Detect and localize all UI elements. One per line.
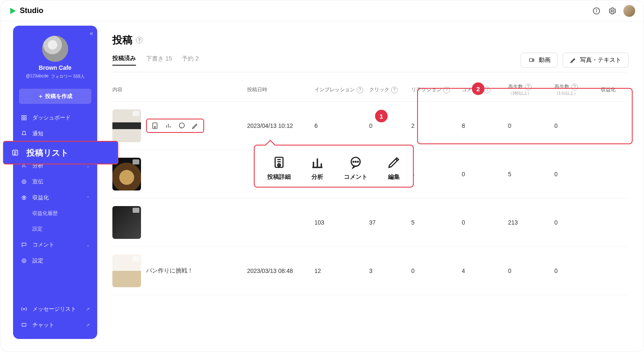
help-icon[interactable]: ? bbox=[391, 87, 398, 93]
row-actions-popover: 投稿詳細 分析 コメント 編集 bbox=[254, 145, 414, 188]
sidebar-item-comments[interactable]: コメント⌄ bbox=[13, 237, 97, 253]
popover-detail[interactable]: 投稿詳細 bbox=[267, 156, 291, 181]
video-badge-icon bbox=[133, 256, 139, 261]
sidebar-item-monetize[interactable]: ¥収益化⌃ bbox=[13, 190, 97, 206]
nav-label: メッセージリスト bbox=[32, 305, 76, 313]
pencil-icon bbox=[570, 57, 577, 64]
detail-icon bbox=[272, 156, 286, 169]
detail-icon[interactable] bbox=[151, 122, 159, 130]
main-content: 投稿 ? 投稿済み 下書き 15 予約 2 動画 写真・テキスト 内容 bbox=[106, 26, 635, 343]
sidebar: « Brown Cafe @123abcde フォロワー 558人 ＋ 投稿を作… bbox=[13, 26, 97, 339]
chat-icon bbox=[21, 322, 27, 328]
popover-label: 編集 bbox=[388, 173, 400, 181]
info-icon[interactable] bbox=[591, 6, 601, 16]
gear-icon bbox=[21, 257, 27, 264]
collapse-icon[interactable]: « bbox=[90, 30, 93, 37]
post-thumb[interactable] bbox=[112, 109, 141, 142]
help-icon[interactable]: ? bbox=[484, 87, 490, 93]
create-post-button[interactable]: ＋ 投稿を作成 bbox=[19, 89, 91, 104]
brand-logo: Studio bbox=[9, 6, 43, 15]
sidebar-item-settings[interactable]: 設定 bbox=[13, 253, 97, 269]
cell-p60: 0 bbox=[554, 122, 601, 129]
comment-icon[interactable] bbox=[178, 122, 186, 130]
sidebar-item-dashboard[interactable]: ダッシュボード bbox=[13, 110, 97, 126]
video-icon bbox=[528, 57, 535, 63]
cell-title: パン作りに挑戦！ bbox=[146, 267, 193, 275]
help-icon[interactable]: ? bbox=[136, 37, 143, 43]
post-thumb[interactable] bbox=[112, 206, 141, 239]
photo-text-button[interactable]: 写真・テキスト bbox=[563, 53, 628, 68]
pencil-icon[interactable] bbox=[192, 122, 199, 130]
chart-icon bbox=[311, 156, 324, 169]
nav-label: 収益化履歴 bbox=[32, 210, 58, 217]
cell-imp: 103 bbox=[314, 219, 369, 226]
cell-p3: 0 bbox=[508, 267, 554, 274]
cell-clk: 37 bbox=[369, 219, 411, 226]
svg-line-46 bbox=[396, 159, 397, 161]
list-icon bbox=[11, 149, 19, 156]
post-thumb[interactable] bbox=[112, 254, 141, 287]
svg-point-2 bbox=[596, 9, 597, 10]
sidebar-active-callout: 投稿リスト bbox=[3, 141, 118, 164]
table-header: 内容 投稿日時 インプレッション? クリック? リアクション? コメント? 再生… bbox=[112, 78, 628, 102]
nav-label: コメント bbox=[32, 241, 54, 249]
nav-label: チャット bbox=[32, 321, 54, 329]
svg-point-19 bbox=[22, 259, 26, 262]
play-icon bbox=[9, 7, 17, 15]
popover-comments[interactable]: コメント bbox=[344, 156, 367, 181]
cell-com: 4 bbox=[462, 267, 508, 274]
avatar[interactable] bbox=[623, 5, 635, 17]
comment-icon bbox=[349, 156, 362, 169]
svg-rect-6 bbox=[22, 118, 24, 120]
sidebar-item-chat[interactable]: チャット↗ bbox=[13, 317, 97, 333]
svg-point-18 bbox=[23, 260, 25, 262]
sidebar-item-messages[interactable]: メッセージリスト↗ bbox=[13, 301, 97, 317]
sidebar-item-promote[interactable]: 宣伝 bbox=[13, 174, 97, 190]
video-badge-icon bbox=[133, 208, 139, 213]
nav-label: 通知 bbox=[32, 130, 43, 138]
cell-p60: 0 bbox=[554, 171, 601, 177]
gear-icon[interactable] bbox=[607, 6, 617, 16]
col-reactions: リアクション? bbox=[411, 86, 462, 93]
help-icon[interactable]: ? bbox=[571, 84, 578, 90]
profile-avatar[interactable] bbox=[42, 36, 68, 62]
cell-rea: 5 bbox=[411, 219, 462, 226]
sidebar-item-monetize-settings[interactable]: 設定 bbox=[13, 221, 97, 237]
profile-followers: フォロワー 558人 bbox=[51, 74, 84, 79]
nav-label: 設定 bbox=[32, 225, 43, 233]
cell-com: 0 bbox=[462, 219, 508, 226]
broadcast-icon bbox=[21, 306, 27, 312]
cell-p3: 5 bbox=[508, 171, 554, 177]
popover-analytics[interactable]: 分析 bbox=[311, 156, 324, 181]
chart-icon[interactable] bbox=[165, 122, 172, 130]
svg-point-32 bbox=[179, 123, 184, 128]
tab-published[interactable]: 投稿済み bbox=[112, 55, 136, 66]
cell-p3: 213 bbox=[508, 219, 554, 226]
svg-point-45 bbox=[357, 161, 358, 162]
profile-handle: @123abcde bbox=[26, 74, 48, 79]
svg-point-15 bbox=[23, 181, 25, 183]
bell-icon bbox=[21, 130, 27, 137]
help-icon[interactable]: ? bbox=[443, 87, 450, 93]
video-button[interactable]: 動画 bbox=[521, 53, 558, 68]
chevron-up-icon: ⌃ bbox=[86, 196, 90, 200]
sidebar-item-monetize-history[interactable]: 収益化履歴 bbox=[13, 206, 97, 221]
cell-p60: 0 bbox=[554, 219, 601, 226]
sidebar-item-notifications[interactable]: 通知 bbox=[13, 126, 97, 142]
popover-edit[interactable]: 編集 bbox=[387, 156, 401, 181]
cell-com: 0 bbox=[462, 171, 508, 177]
external-icon: ↗ bbox=[86, 307, 90, 312]
help-icon[interactable]: ? bbox=[525, 84, 532, 90]
callout-label: 投稿リスト bbox=[27, 147, 69, 159]
col-monetize: 収益化 bbox=[601, 86, 634, 93]
help-icon[interactable]: ? bbox=[357, 87, 363, 93]
nav-label: ダッシュボード bbox=[32, 114, 71, 122]
table-row: パン作りに挑戦！ 2023/03/13 08:48 12 3 0 4 0 0 bbox=[112, 247, 628, 295]
video-label: 動画 bbox=[539, 56, 551, 64]
tab-drafts[interactable]: 下書き 15 bbox=[146, 55, 172, 65]
profile-block: Brown Cafe @123abcde フォロワー 558人 bbox=[13, 32, 97, 85]
chevron-down-icon: ⌄ bbox=[86, 243, 90, 247]
tab-scheduled[interactable]: 予約 2 bbox=[182, 55, 199, 65]
coin-icon: ¥ bbox=[21, 194, 27, 201]
svg-point-14 bbox=[22, 180, 26, 183]
